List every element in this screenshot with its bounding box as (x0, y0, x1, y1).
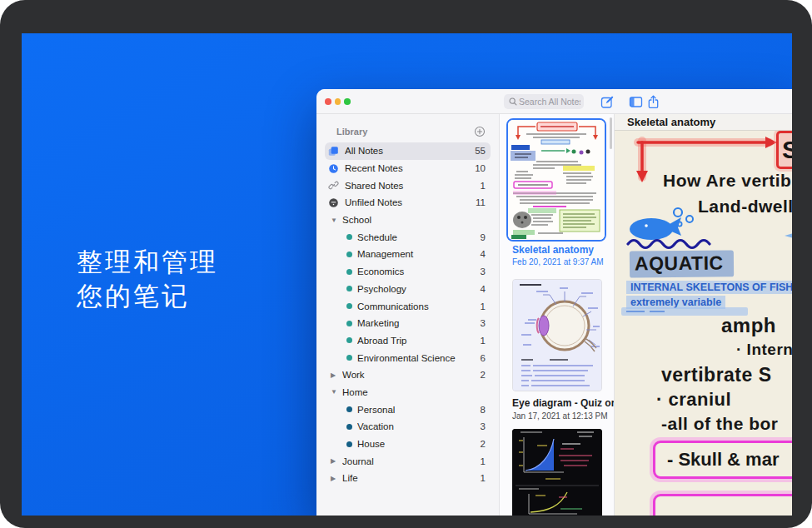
sidebar-list: All Notes55Recent Notes10Shared Notes1Un… (316, 141, 499, 487)
sidebar-item-label: Marketing (357, 318, 481, 328)
notebook-color-dot (346, 406, 352, 412)
sidebar-item-label: Life (342, 473, 481, 483)
sidebar-item-school[interactable]: ▼School (325, 212, 491, 229)
disclosure-triangle-icon[interactable]: ▼ (331, 217, 339, 224)
sidebar-item-label: All Notes (345, 146, 475, 156)
sidebar-item-economics[interactable]: Economics3 (325, 263, 491, 281)
disclosure-triangle-icon[interactable]: ▶ (331, 457, 339, 465)
sidebar-item-label: Recent Notes (345, 163, 475, 173)
app-window: Library All Notes55Recent Notes10Shared … (316, 89, 792, 516)
sidebar-item-house[interactable]: House2 (325, 436, 491, 453)
sidebar-item-label: Vacation (357, 421, 481, 431)
sidebar-item-unfiled-notes[interactable]: Unfiled Notes11 (325, 194, 491, 212)
note-date: Feb 20, 2021 at 9:37 AM (512, 257, 604, 266)
sidebar-item-environmental-science[interactable]: Environmental Science6 (325, 349, 491, 366)
unfiled-icon (328, 197, 339, 208)
note-title[interactable]: Skeletal anatomy (512, 244, 594, 256)
sidebar-item-label: Home (342, 387, 486, 397)
disclosure-triangle-icon[interactable]: ▶ (331, 371, 339, 379)
compose-icon[interactable] (600, 95, 615, 109)
sidebar-item-label: Journal (342, 456, 481, 466)
device-screen: 整理和管理 您的笔记 (22, 33, 792, 516)
sidebar-item-all-notes[interactable]: All Notes55 (325, 142, 491, 160)
disclosure-triangle-icon[interactable]: ▼ (331, 388, 339, 396)
sidebar-item-label: Abroad Trip (357, 336, 481, 346)
traffic-lights (325, 98, 351, 105)
sidebar-item-schedule[interactable]: Schedule9 (325, 228, 491, 246)
sidebar-item-label: Psychology (357, 284, 481, 294)
item-count: 2 (481, 370, 486, 380)
handwriting-line: · craniul (656, 389, 731, 411)
notebook-color-dot (346, 252, 352, 257)
handwriting-aquatic: AQUATIC (630, 250, 734, 277)
sidebar-item-recent-notes[interactable]: Recent Notes10 (325, 160, 491, 177)
search-input[interactable] (504, 94, 584, 109)
note-thumbnail-skeletal (508, 120, 605, 240)
sidebar-item-label: House (357, 439, 481, 449)
item-count: 10 (475, 163, 486, 173)
notebook-color-dot (346, 303, 352, 309)
item-count: 3 (481, 318, 486, 328)
item-count: 6 (481, 353, 486, 363)
notes-list: Skeletal anatomy Feb 20, 2021 at 9:37 AM (500, 114, 615, 516)
item-count: 3 (481, 266, 486, 276)
sidebar-item-label: School (342, 215, 486, 225)
tagline-line2: 您的笔记 (77, 279, 218, 313)
item-count: 4 (481, 249, 486, 259)
handwriting-line: How Are vertib (663, 171, 791, 191)
sidebar-item-label: Environmental Science (357, 353, 481, 363)
sidebar-item-label: Personal (357, 405, 481, 415)
sidebar-item-psychology[interactable]: Psychology4 (325, 281, 491, 298)
sidebar-item-communications[interactable]: Communications1 (325, 297, 491, 315)
sidebar-item-management[interactable]: Management4 (325, 246, 491, 263)
tagline-line1: 整理和管理 (77, 245, 218, 279)
sidebar-item-marketing[interactable]: Marketing3 (325, 315, 491, 332)
notes-icon (328, 146, 339, 157)
sidebar-item-life[interactable]: ▶Life1 (325, 470, 491, 487)
note-thumbnail-math (512, 429, 602, 516)
handwriting-internal: INTERNAL SKELETONS OF FISH a extremely v… (626, 279, 792, 309)
handwriting-line: vertibrate S (661, 364, 772, 386)
tagline: 整理和管理 您的笔记 (77, 245, 218, 313)
share-icon[interactable] (646, 95, 660, 109)
item-count: 1 (481, 456, 486, 466)
note-canvas[interactable]: S How Are vertib Land-dwell AQUATIC INTE… (615, 131, 792, 516)
sidebar-item-label: Economics (357, 266, 481, 276)
sidebar-item-work[interactable]: ▶Work2 (325, 366, 491, 384)
note-card-skeletal-anatomy[interactable] (506, 118, 606, 242)
window-toolbar (316, 89, 792, 114)
sidebar-item-home[interactable]: ▼Home (325, 384, 491, 401)
note-card-eye-diagram[interactable] (512, 279, 602, 391)
sidebar-item-abroad-trip[interactable]: Abroad Trip1 (325, 332, 491, 350)
sidebar-item-label: Unfiled Notes (345, 197, 476, 207)
handwriting-line: amph (721, 314, 776, 337)
sidebar-item-personal[interactable]: Personal8 (325, 401, 491, 418)
clock-icon (328, 163, 339, 174)
note-thumbnail-eye (513, 280, 601, 391)
note-title[interactable]: Eye diagram - Quiz on M... (512, 397, 615, 409)
zoom-window-button[interactable] (344, 98, 351, 105)
note-editor-pane: Skeletal anatomy (615, 114, 792, 516)
note-card-math[interactable] (512, 429, 602, 516)
item-count: 1 (481, 336, 486, 346)
close-window-button[interactable] (325, 98, 331, 105)
notebook-color-dot (346, 355, 352, 361)
link-icon (328, 180, 339, 191)
sidebar-item-label: Communications (357, 301, 481, 311)
note-highlight-box-partial (653, 494, 792, 516)
disclosure-triangle-icon[interactable]: ▶ (331, 475, 339, 482)
sidebar-header: Library (336, 127, 367, 137)
sidebar-item-vacation[interactable]: Vacation3 (325, 418, 491, 436)
notebook-color-dot (346, 321, 352, 326)
sidebar-item-journal[interactable]: ▶Journal1 (325, 452, 491, 470)
sidebar-item-shared-notes[interactable]: Shared Notes1 (325, 177, 491, 194)
item-count: 3 (481, 421, 486, 431)
notebook-color-dot (346, 269, 352, 275)
sidebar-item-label: Shared Notes (345, 181, 481, 191)
marketing-screenshot: 整理和管理 您的笔记 (0, 0, 812, 528)
add-notebook-icon[interactable] (474, 126, 486, 137)
item-count: 8 (481, 405, 486, 415)
sidebar-toggle-icon[interactable] (629, 95, 643, 109)
list-scrollbar[interactable] (610, 117, 612, 149)
minimize-window-button[interactable] (335, 98, 341, 105)
